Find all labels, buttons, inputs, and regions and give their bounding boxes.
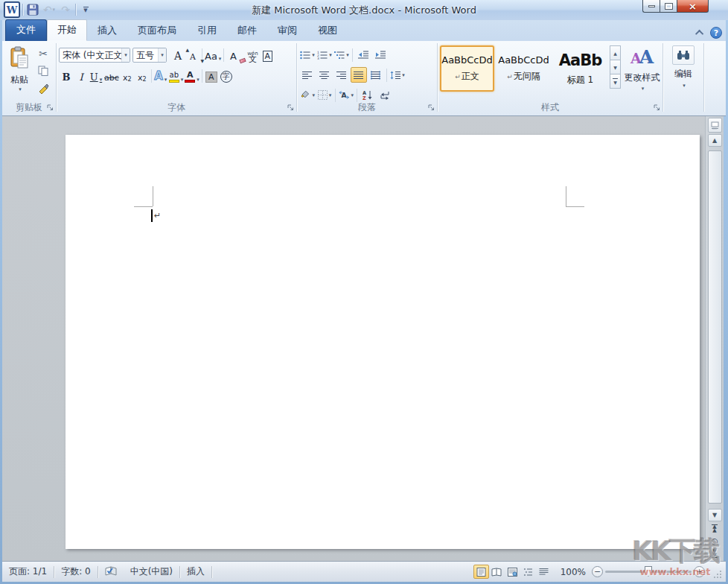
tab-page-layout[interactable]: 页面布局 xyxy=(127,21,187,41)
font-name-combo[interactable]: 宋体 (中文正文 ▾ xyxy=(59,48,130,63)
clear-formatting-button[interactable]: A xyxy=(226,48,240,63)
underline-button[interactable]: U▾ xyxy=(89,69,103,84)
zoom-slider-thumb[interactable] xyxy=(645,566,652,577)
tab-references[interactable]: 引用 xyxy=(187,21,227,41)
previous-page-button[interactable]: ▲▲ xyxy=(708,522,722,534)
paste-dropdown-arrow[interactable]: ▾ xyxy=(19,86,22,92)
bold-button[interactable]: B xyxy=(59,69,74,84)
style-gallery-more-button[interactable]: ▼ xyxy=(610,74,621,89)
next-page-button[interactable]: ▼▼ xyxy=(708,548,722,559)
style-no-spacing[interactable]: AaBbCcDd ↵无间隔 xyxy=(496,45,551,92)
scroll-down-button[interactable]: ▼ xyxy=(708,509,722,521)
style-scroll-up-button[interactable]: ▲ xyxy=(610,45,621,60)
superscript-button[interactable]: x2 xyxy=(135,69,150,84)
phonetic-guide-button[interactable]: wén 文 xyxy=(245,48,260,63)
style-scroll-down-button[interactable]: ▼ xyxy=(610,60,621,74)
language-indicator[interactable]: 中文(中国) xyxy=(124,565,179,578)
strikethrough-button[interactable]: abc xyxy=(103,69,120,84)
redo-button[interactable]: ↷ xyxy=(59,3,72,16)
italic-button[interactable]: I xyxy=(74,69,89,84)
format-painter-button[interactable] xyxy=(36,80,51,95)
help-button[interactable]: ? xyxy=(710,27,722,39)
style-normal[interactable]: AaBbCcDd ↵正文 xyxy=(440,45,494,92)
document-page[interactable]: ↵ xyxy=(66,135,700,549)
undo-dropdown-arrow[interactable]: ▾ xyxy=(53,7,56,13)
justify-button[interactable] xyxy=(351,67,367,83)
editing-menu-button[interactable] xyxy=(672,45,695,65)
print-layout-view-button[interactable] xyxy=(473,565,489,579)
style-preview: AaBb xyxy=(559,51,601,69)
show-hide-marks-button[interactable] xyxy=(377,87,393,103)
paste-button[interactable]: 粘贴 ▾ xyxy=(4,45,34,102)
paragraph-dialog-launcher[interactable] xyxy=(427,103,435,113)
style-heading-1[interactable]: AaBb 标题 1 xyxy=(553,45,607,92)
tab-home[interactable]: 开始 xyxy=(47,19,87,41)
character-shading-button[interactable]: A xyxy=(204,69,219,84)
chevron-down-icon[interactable]: ▾ xyxy=(158,48,166,62)
vertical-scrollbar[interactable]: ▲ ▼ ▲▲ ○ ▼▼ xyxy=(705,116,724,561)
character-border-button[interactable]: A xyxy=(260,48,275,63)
scroll-up-button[interactable]: ▲ xyxy=(708,134,722,147)
tab-mailings[interactable]: 邮件 xyxy=(227,21,267,41)
draft-view-button[interactable] xyxy=(536,565,552,579)
word-count[interactable]: 字数: 0 xyxy=(54,565,98,578)
numbering-button[interactable]: 123 ▾ xyxy=(316,47,333,63)
align-left-button[interactable] xyxy=(299,67,316,83)
line-spacing-button[interactable]: ▾ xyxy=(389,67,406,83)
zoom-out-button[interactable]: − xyxy=(592,566,603,577)
increase-indent-button[interactable] xyxy=(372,47,389,63)
change-styles-button[interactable]: AA 更改样式 ▾ xyxy=(624,45,660,102)
shrink-font-button[interactable]: A▼ xyxy=(185,48,200,63)
statusbar-right: 100% − + xyxy=(473,562,726,582)
bullets-button[interactable]: ▾ xyxy=(299,47,316,63)
cut-button[interactable]: ✂ xyxy=(36,46,51,61)
align-center-button[interactable] xyxy=(316,67,333,83)
insert-mode-indicator[interactable]: 插入 xyxy=(180,565,211,578)
page-indicator[interactable]: 页面: 1/1 xyxy=(2,565,54,578)
align-right-button[interactable] xyxy=(333,67,350,83)
multilevel-list-button[interactable]: ▾ xyxy=(333,47,350,63)
font-color-button[interactable]: A ▾ xyxy=(184,69,200,84)
minimize-button[interactable] xyxy=(642,0,660,13)
asian-layout-button[interactable]: A ▾ xyxy=(338,87,354,103)
shading-button[interactable]: ▾ xyxy=(299,87,316,103)
text-effects-button[interactable]: A▾ xyxy=(153,69,168,84)
tab-review[interactable]: 审阅 xyxy=(267,21,307,41)
decrease-indent-button[interactable] xyxy=(355,47,371,63)
borders-button[interactable]: ▾ xyxy=(316,87,333,103)
scrollbar-thumb[interactable] xyxy=(708,150,722,504)
customize-qat-button[interactable]: ▼ xyxy=(79,3,92,16)
sort-button[interactable]: A Z xyxy=(360,87,376,103)
highlight-button[interactable]: ab ▾ xyxy=(168,69,185,84)
close-button[interactable]: × xyxy=(677,0,709,13)
change-case-button[interactable]: Aa▾ xyxy=(204,48,222,63)
clipboard-dialog-launcher[interactable] xyxy=(46,103,54,113)
resize-grip[interactable] xyxy=(712,567,723,582)
undo-button[interactable]: ↶ ▾ xyxy=(42,3,56,16)
word-logo-icon[interactable]: W xyxy=(4,2,19,17)
font-dialog-launcher[interactable] xyxy=(287,103,294,113)
tab-view[interactable]: 视图 xyxy=(307,21,348,41)
tab-file[interactable]: 文件 xyxy=(5,19,47,41)
font-size-combo[interactable]: 五号 ▾ xyxy=(132,48,167,63)
proofing-status-button[interactable] xyxy=(98,566,124,578)
zoom-slider-track[interactable] xyxy=(605,571,692,573)
maximize-button[interactable] xyxy=(660,0,677,13)
web-layout-view-button[interactable] xyxy=(505,565,520,579)
outline-view-button[interactable] xyxy=(520,565,536,579)
styles-dialog-launcher[interactable] xyxy=(653,103,660,113)
grow-font-button[interactable]: A▲ xyxy=(170,48,185,63)
distributed-button[interactable] xyxy=(368,67,384,83)
save-button[interactable] xyxy=(26,3,39,16)
copy-icon xyxy=(38,66,48,76)
subscript-button[interactable]: x2 xyxy=(120,69,135,84)
full-screen-reading-view-button[interactable] xyxy=(489,565,505,579)
zoom-level[interactable]: 100% xyxy=(561,567,586,577)
enclose-characters-button[interactable]: 字 xyxy=(219,69,234,84)
ruler-toggle-button[interactable] xyxy=(708,118,722,133)
copy-button[interactable] xyxy=(36,63,51,78)
tab-insert[interactable]: 插入 xyxy=(87,21,127,41)
zoom-in-button[interactable]: + xyxy=(694,566,705,577)
select-browse-object-button[interactable]: ○ xyxy=(708,535,722,547)
chevron-down-icon[interactable]: ▾ xyxy=(121,48,130,62)
